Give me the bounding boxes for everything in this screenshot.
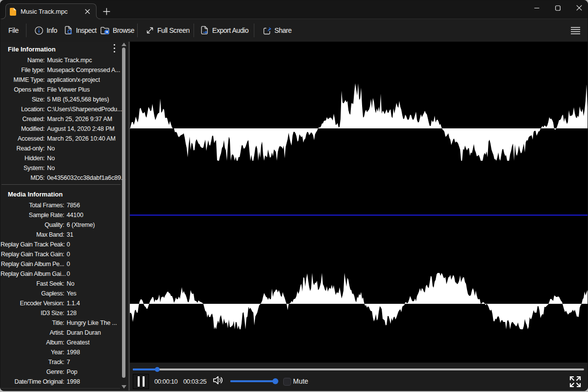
info-value: Duran Duran xyxy=(64,328,101,338)
mute-checkbox[interactable] xyxy=(283,378,291,386)
new-tab-button[interactable] xyxy=(102,7,111,16)
close-icon xyxy=(576,5,582,11)
info-value: 0 xyxy=(64,249,70,259)
info-button[interactable]: Info xyxy=(35,19,57,42)
share-icon xyxy=(263,26,272,35)
seek-slider[interactable] xyxy=(133,368,584,370)
inspect-label: Inspect xyxy=(76,26,97,34)
fullscreen-button[interactable]: Full Screen xyxy=(146,19,190,42)
info-label: Opens with: xyxy=(0,85,45,95)
info-row: Genre:Pop xyxy=(0,367,128,377)
scroll-up-arrow-icon[interactable] xyxy=(122,43,126,46)
info-row: Album:Greatest xyxy=(0,338,128,347)
info-value: No xyxy=(64,279,74,289)
share-label: Share xyxy=(274,26,292,34)
info-row: Title:Hungry Like The ... xyxy=(0,318,128,328)
info-label: Name: xyxy=(0,55,45,65)
sidebar-options-kebab-icon[interactable] xyxy=(111,43,118,53)
info-value: Hungry Like The ... xyxy=(64,318,117,328)
seek-thumb[interactable] xyxy=(155,367,160,372)
info-value: Musepack Compressed A... xyxy=(45,65,120,75)
maximize-icon xyxy=(555,5,561,11)
info-row: Encoder Version:1.1.4 xyxy=(0,298,128,308)
info-row: System:No xyxy=(0,163,128,173)
sidebar-scrollbar[interactable] xyxy=(121,42,126,391)
info-label: Modified: xyxy=(0,124,45,134)
info-icon xyxy=(35,26,43,35)
browse-button[interactable]: Browse xyxy=(100,19,134,42)
pause-button[interactable] xyxy=(133,374,149,389)
info-label: Max Band: xyxy=(0,230,64,240)
volume-icon[interactable] xyxy=(213,375,224,386)
info-row: Max Band:31 xyxy=(0,230,128,240)
info-value: 31 xyxy=(64,230,74,240)
info-label: Date/Time Original: xyxy=(0,377,64,387)
info-label: Track: xyxy=(0,357,64,367)
export-audio-button[interactable]: Export Audio xyxy=(201,19,248,42)
inspect-button[interactable]: Inspect xyxy=(65,19,97,42)
info-label: System: xyxy=(0,163,45,173)
info-value: File Viewer Plus xyxy=(45,85,90,95)
sidebar-bottom-line xyxy=(0,388,120,389)
info-sidebar: File InformationName:Music Track.mpcFile… xyxy=(0,42,128,391)
info-row: ID3 Size:128 xyxy=(0,308,128,318)
info-value: No xyxy=(45,153,55,163)
info-row: Name:Music Track.mpc xyxy=(0,55,128,65)
info-row: Accessed:March 25, 2026 10:40 AM xyxy=(0,134,128,144)
browse-icon xyxy=(100,26,110,35)
info-label: Quality: xyxy=(0,220,64,230)
app-window: Music Track.mpc File xyxy=(0,0,588,391)
toolbar-separator xyxy=(194,24,194,37)
info-value: 1.1.4 xyxy=(64,298,80,308)
info-label: Replay Gain Album Gai... xyxy=(0,269,64,279)
info-row: Artist:Duran Duran xyxy=(0,328,128,338)
toolbar: File Info Inspect Browse xyxy=(0,19,588,42)
info-label: Year: xyxy=(0,347,64,357)
maximize-button[interactable] xyxy=(547,0,568,15)
info-value: 128 xyxy=(64,308,76,318)
pause-icon xyxy=(143,376,145,387)
expand-arrows-icon xyxy=(568,375,582,389)
tab-toolbar-join xyxy=(5,18,98,20)
export-audio-label: Export Audio xyxy=(212,26,248,34)
menu-button[interactable] xyxy=(571,19,580,42)
tab-music-track[interactable]: Music Track.mpc xyxy=(5,3,97,19)
volume-slider[interactable] xyxy=(230,380,276,382)
sidebar-main-divider[interactable] xyxy=(128,42,130,391)
info-value: March 25, 2026 10:40 AM xyxy=(45,134,116,144)
info-row: Read-only:No xyxy=(0,144,128,153)
info-value: C:\Users\SharpenedProdu... xyxy=(45,104,122,114)
info-value: Yes xyxy=(64,289,76,298)
info-row: Fast Seek:No xyxy=(0,279,128,289)
total-duration: 00:03:25 xyxy=(183,378,206,385)
info-label: Replay Gain Album Pe... xyxy=(0,259,64,269)
inspect-icon xyxy=(65,26,73,35)
file-menu-button[interactable]: File xyxy=(8,19,19,42)
info-value: No xyxy=(45,144,55,153)
info-label: Artist: xyxy=(0,328,64,338)
info-row: Total Frames:7856 xyxy=(0,200,128,210)
fullscreen-expand-button[interactable] xyxy=(568,375,582,389)
close-window-button[interactable] xyxy=(568,0,588,15)
info-label: File type: xyxy=(0,65,45,75)
minimize-button[interactable] xyxy=(526,0,547,15)
scroll-down-arrow-icon[interactable] xyxy=(122,385,126,389)
pause-icon xyxy=(138,376,140,387)
info-label: Album: xyxy=(0,338,64,347)
waveform-display[interactable] xyxy=(130,42,588,363)
elapsed-time: 00:00:10 xyxy=(154,378,177,385)
volume-thumb[interactable] xyxy=(272,378,278,384)
info-value: 0 xyxy=(64,259,70,269)
info-label: Hidden: xyxy=(0,153,45,163)
info-label: ID3 Size: xyxy=(0,308,64,318)
info-row: Created:March 25, 2026 9:37 AM xyxy=(0,114,128,124)
toolbar-separator xyxy=(137,24,138,37)
scrollbar-thumb[interactable] xyxy=(122,48,125,378)
share-button[interactable]: Share xyxy=(263,19,292,42)
tab-bar: Music Track.mpc xyxy=(0,0,588,19)
info-value: No xyxy=(45,163,55,173)
waveform-center-line xyxy=(130,215,588,216)
info-label: Created: xyxy=(0,114,45,124)
tab-close-icon[interactable] xyxy=(83,8,91,16)
mute-label: Mute xyxy=(293,377,308,385)
